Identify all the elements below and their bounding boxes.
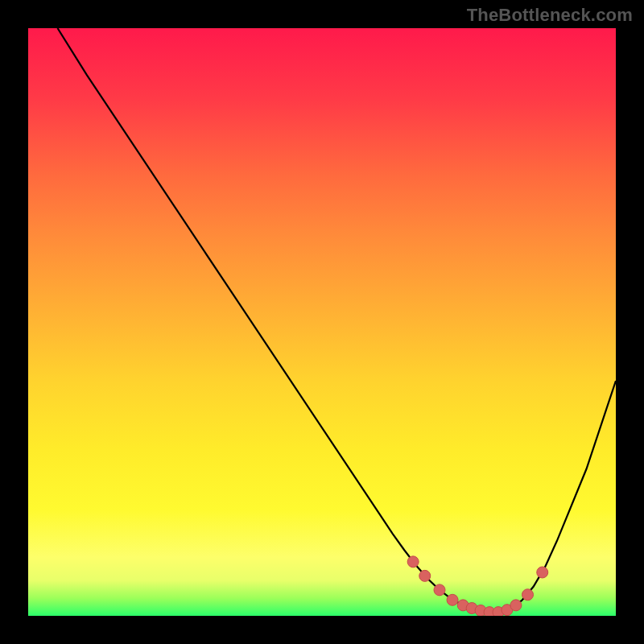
curve-marker — [407, 556, 419, 568]
curve-marker — [522, 589, 534, 601]
watermark-text: TheBottleneck.com — [467, 5, 633, 26]
curve-marker — [447, 594, 458, 605]
chart-plot-area — [28, 28, 616, 616]
bottleneck-curve — [28, 28, 616, 616]
page-root: TheBottleneck.com — [0, 0, 644, 644]
curve-marker — [419, 570, 431, 581]
curve-marker — [537, 567, 548, 578]
curve-marker — [434, 584, 445, 596]
curve-marker — [510, 600, 522, 611]
curve-markers — [407, 556, 548, 616]
curve-line — [58, 28, 617, 613]
